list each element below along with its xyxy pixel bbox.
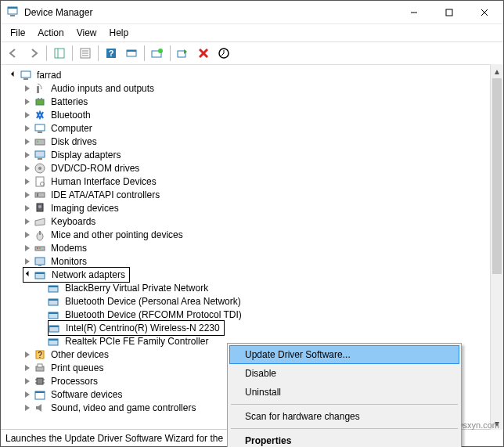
tree-item[interactable]: Imaging devices — [49, 203, 121, 214]
tree-item[interactable]: Other devices — [49, 349, 110, 360]
network-adapter-icon — [34, 269, 47, 281]
tree-item[interactable]: BlackBerry Virtual Private Network — [63, 283, 210, 294]
forward-button[interactable] — [24, 44, 43, 63]
svg-rect-39 — [35, 193, 45, 197]
ctx-disable[interactable]: Disable — [229, 364, 459, 383]
svg-text:?: ? — [38, 351, 42, 359]
maximize-button[interactable] — [431, 2, 466, 23]
status-text: Launches the Update Driver Software Wiza… — [5, 433, 223, 444]
tree-item[interactable]: Display adapters — [49, 150, 122, 160]
expander-icon[interactable] — [23, 150, 32, 160]
vertical-scrollbar[interactable]: ▴ ▾ — [490, 64, 503, 430]
expander-icon[interactable] — [23, 257, 32, 266]
tree-item[interactable]: Computer — [49, 123, 94, 134]
show-hide-tree-button[interactable] — [50, 44, 69, 63]
expander-icon[interactable] — [23, 177, 32, 186]
device-category-icon — [34, 149, 46, 161]
expander-icon[interactable] — [23, 84, 32, 93]
tree-item[interactable]: Human Interface Devices — [49, 176, 158, 187]
expander-icon[interactable] — [23, 217, 32, 226]
tree-item[interactable]: Batteries — [49, 96, 89, 107]
device-category-icon — [34, 255, 46, 268]
expander-icon[interactable] — [23, 243, 32, 253]
device-category-icon — [34, 109, 46, 121]
expander-icon[interactable] — [23, 204, 32, 213]
expander-icon[interactable] — [23, 390, 32, 399]
scan-changes-button[interactable] — [214, 44, 233, 63]
expander-icon[interactable] — [23, 124, 32, 133]
svg-point-36 — [38, 167, 41, 170]
svg-rect-26 — [36, 99, 44, 105]
update-driver-button[interactable] — [148, 44, 167, 63]
device-category-icon — [34, 175, 46, 188]
tree-item[interactable]: Bluetooth Device (RFCOMM Protocol TDI) — [63, 309, 243, 320]
expander-icon[interactable] — [23, 97, 32, 106]
minimize-button[interactable] — [396, 2, 431, 23]
device-category-icon: ? — [34, 348, 46, 361]
scan-hardware-button[interactable] — [122, 44, 141, 63]
properties-button[interactable] — [76, 44, 95, 63]
tree-item[interactable]: Keyboards — [49, 216, 97, 227]
tree-item[interactable]: Mice and other pointing devices — [49, 229, 185, 240]
menu-file[interactable]: File — [4, 26, 31, 40]
expander-icon[interactable] — [23, 363, 32, 373]
root-node[interactable]: farrad — [35, 70, 63, 81]
expander-icon[interactable] — [23, 110, 32, 120]
network-adapter-icon — [48, 295, 60, 308]
tree-item[interactable]: Intel(R) Centrino(R) Wireless-N 2230 — [64, 323, 221, 333]
ctx-properties[interactable]: Properties — [229, 431, 459, 447]
uninstall-button[interactable] — [194, 44, 213, 63]
enable-button[interactable] — [174, 44, 193, 63]
expander-icon[interactable] — [23, 190, 32, 200]
tree-item[interactable]: DVD/CD-ROM drives — [49, 163, 141, 174]
tree-item[interactable]: Processors — [49, 376, 99, 387]
scroll-thumb[interactable] — [492, 78, 502, 274]
menu-action[interactable]: Action — [31, 26, 70, 40]
network-adapters-node[interactable]: Network adapters — [50, 269, 127, 280]
svg-rect-65 — [38, 364, 42, 367]
expander-icon[interactable] — [23, 403, 32, 413]
svg-rect-23 — [21, 71, 31, 78]
tree-item[interactable]: Audio inputs and outputs — [49, 83, 156, 94]
tree-item[interactable]: Modems — [49, 243, 88, 254]
device-category-icon — [34, 96, 46, 108]
svg-rect-25 — [37, 86, 39, 93]
svg-rect-37 — [36, 177, 44, 186]
svg-rect-31 — [35, 139, 45, 145]
expander-icon[interactable] — [23, 230, 32, 240]
help-button[interactable]: ? — [102, 44, 121, 63]
ctx-update-driver[interactable]: Update Driver Software... — [229, 345, 459, 364]
tree-item[interactable]: Realtek PCIe FE Family Controller — [63, 336, 210, 347]
svg-point-47 — [39, 247, 41, 249]
menu-view[interactable]: View — [70, 26, 103, 40]
svg-rect-48 — [35, 258, 45, 265]
ctx-uninstall[interactable]: Uninstall — [229, 383, 459, 402]
svg-rect-16 — [127, 50, 136, 52]
tree-item[interactable]: Print queues — [49, 362, 105, 373]
tree-item[interactable]: Monitors — [49, 256, 88, 267]
tree-item[interactable]: Software devices — [49, 389, 124, 400]
ctx-scan-hardware[interactable]: Scan for hardware changes — [229, 407, 459, 426]
svg-rect-57 — [49, 312, 58, 314]
svg-rect-40 — [37, 193, 38, 196]
expander-icon[interactable] — [23, 377, 32, 386]
tree-item[interactable]: Bluetooth — [49, 110, 92, 121]
tree-item[interactable]: Sound, video and game controllers — [49, 402, 197, 413]
svg-point-18 — [158, 49, 163, 53]
network-adapter-icon — [48, 282, 60, 294]
tree-item[interactable]: Bluetooth Device (Personal Area Network) — [63, 296, 243, 307]
menubar: File Action View Help — [1, 24, 503, 41]
watermark: wsxyn.com — [457, 420, 499, 430]
tree-item[interactable]: IDE ATA/ATAPI controllers — [49, 189, 161, 200]
expander-icon[interactable] — [23, 350, 32, 359]
expander-icon[interactable] — [9, 70, 18, 80]
back-button[interactable] — [4, 44, 23, 63]
close-button[interactable] — [466, 2, 502, 23]
expander-icon[interactable] — [23, 137, 32, 146]
expander-icon[interactable] — [23, 270, 33, 279]
menu-help[interactable]: Help — [103, 26, 135, 40]
device-category-icon — [34, 82, 46, 95]
expander-icon[interactable] — [23, 164, 32, 173]
tree-item[interactable]: Disk drives — [49, 136, 99, 147]
scroll-up-icon[interactable]: ▴ — [491, 64, 503, 78]
